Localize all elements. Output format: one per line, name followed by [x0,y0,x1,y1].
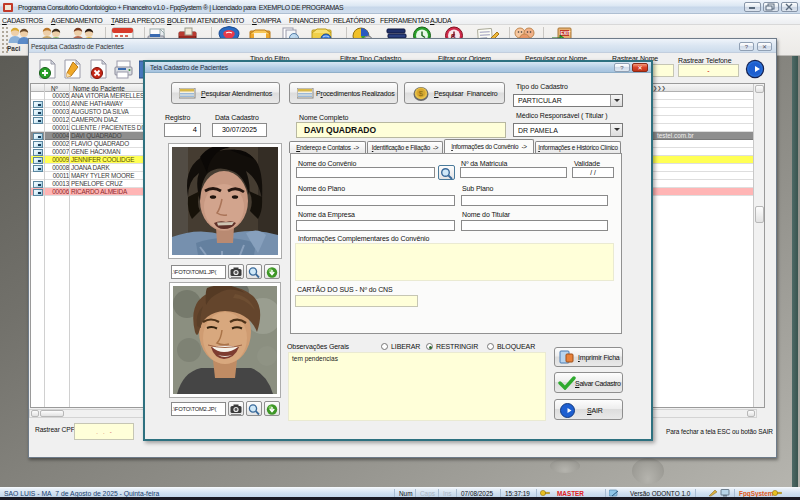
svg-text:EXIT: EXIT [561,31,571,36]
svg-text:$: $ [418,89,423,98]
